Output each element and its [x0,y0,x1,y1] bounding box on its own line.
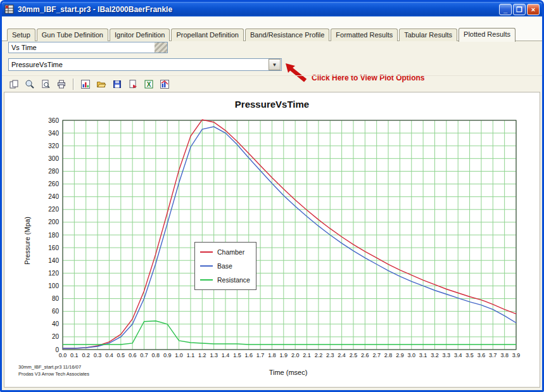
tab-band: Setup Gun Tube Definition Ignitor Defini… [2,16,542,41]
svg-text:60: 60 [52,308,60,315]
zoom-icon[interactable] [23,77,37,91]
chart-legend: ChamberBaseResistance [194,242,256,290]
x-axis-label: Time (msec) [61,369,515,376]
svg-text:3.2: 3.2 [431,352,439,358]
svg-text:Pressure (Mpa): Pressure (Mpa) [23,217,31,265]
toolbar: X [2,75,542,92]
tab-propellant-definition[interactable]: Propellant Definition [171,28,243,41]
legend-label: Base [217,262,232,270]
pressure-vs-time-chart: 0204060801001201401601802002202402602803… [21,115,535,366]
svg-text:20: 20 [52,333,60,340]
svg-text:100: 100 [48,282,59,289]
svg-text:3.4: 3.4 [454,352,462,358]
legend-swatch-icon [200,251,213,253]
svg-text:2.0: 2.0 [291,352,300,358]
plot-options-icon[interactable] [158,77,172,91]
tab-plotted-results[interactable]: Plotted Results [459,28,516,42]
minimize-button[interactable]: _ [499,4,512,15]
svg-text:1.1: 1.1 [187,352,195,358]
save-icon[interactable] [110,77,124,91]
chart-view-icon[interactable] [79,77,92,91]
svg-text:340: 340 [48,130,59,137]
svg-text:80: 80 [52,295,60,302]
svg-text:3.7: 3.7 [489,352,497,358]
svg-text:280: 280 [48,168,59,175]
chart-title: PressureVsTime [4,99,540,110]
tab-bar: Setup Gun Tube Definition Ignitor Defini… [7,27,516,41]
svg-text:40: 40 [52,320,60,327]
svg-text:0.5: 0.5 [117,352,125,358]
vs-time-label: Vs Time [11,44,37,51]
page-preview-icon[interactable] [39,77,53,91]
svg-text:0.1: 0.1 [70,352,79,358]
svg-text:0.9: 0.9 [163,352,172,358]
chevron-down-icon[interactable]: ▼ [269,59,281,70]
legend-item-chamber: Chamber [200,248,251,256]
open-icon[interactable] [94,77,108,91]
svg-text:1.0: 1.0 [175,352,183,358]
svg-text:200: 200 [48,218,59,225]
svg-text:1.9: 1.9 [280,352,288,358]
svg-text:0.4: 0.4 [105,352,113,358]
svg-text:220: 220 [48,206,59,213]
vs-time-selector[interactable]: Vs Time [8,42,168,53]
svg-text:300: 300 [48,155,59,162]
export-icon[interactable] [126,77,140,91]
svg-text:0.6: 0.6 [129,352,137,358]
svg-text:360: 360 [48,117,59,124]
svg-text:120: 120 [48,270,59,277]
svg-text:2.3: 2.3 [326,352,334,358]
plot-type-value: PressureVsTime [11,61,63,68]
svg-text:1.4: 1.4 [222,352,230,358]
svg-text:320: 320 [48,142,59,149]
svg-text:160: 160 [48,244,59,251]
svg-text:0.3: 0.3 [94,352,102,358]
svg-text:X: X [147,81,151,88]
copy-icon[interactable] [7,77,21,91]
window-title: 30mm_IBF_start.pr3 - IBal2000BaerFrankle [18,5,172,14]
svg-text:2.4: 2.4 [338,352,346,358]
plot-panel: PressureVsTime 0204060801001201401601802… [4,92,540,388]
svg-text:0.7: 0.7 [140,352,148,358]
excel-export-icon[interactable]: X [142,77,156,91]
maximize-button[interactable]: ❐ [513,4,526,15]
svg-text:240: 240 [48,193,59,200]
svg-text:140: 140 [48,257,59,264]
svg-text:3.3: 3.3 [443,352,451,358]
legend-item-resistance: Resistance [200,276,251,284]
legend-label: Chamber [217,248,244,256]
svg-text:0.0: 0.0 [59,352,67,358]
tab-formatted-results[interactable]: Formatted Results [331,28,398,41]
legend-label: Resistance [217,276,250,284]
tab-tabular-results[interactable]: Tabular Results [399,28,457,41]
svg-text:1.5: 1.5 [233,352,241,358]
app-icon [4,4,15,15]
print-icon[interactable] [54,77,68,91]
dropdown-grip-icon[interactable] [155,42,167,53]
svg-text:1.8: 1.8 [268,352,276,358]
svg-text:1.6: 1.6 [244,352,253,358]
svg-text:2.7: 2.7 [372,352,381,358]
tab-band-resistance-profile[interactable]: Band/Resistance Profile [245,28,329,41]
svg-text:0.8: 0.8 [152,352,160,358]
svg-text:2.8: 2.8 [384,352,393,358]
svg-text:180: 180 [48,232,59,239]
plot-type-combobox[interactable]: PressureVsTime ▼ [8,58,282,71]
svg-text:1.3: 1.3 [210,352,218,358]
svg-text:3.9: 3.9 [512,352,521,358]
svg-text:3.8: 3.8 [500,352,509,358]
svg-text:3.1: 3.1 [419,352,427,358]
legend-item-base: Base [200,262,251,270]
tab-gun-tube-definition[interactable]: Gun Tube Definition [37,28,108,41]
legend-swatch-icon [200,265,213,267]
tab-setup[interactable]: Setup [7,28,35,41]
tab-ignitor-definition[interactable]: Ignitor Definition [110,28,170,41]
svg-text:2.9: 2.9 [396,352,404,358]
svg-text:3.0: 3.0 [408,352,416,358]
close-button[interactable]: × [527,4,540,15]
svg-text:1.2: 1.2 [198,352,206,358]
svg-text:1.7: 1.7 [256,352,265,358]
title-bar[interactable]: 30mm_IBF_start.pr3 - IBal2000BaerFrankle… [2,2,542,16]
svg-text:2.6: 2.6 [361,352,369,358]
svg-text:3.6: 3.6 [478,352,486,358]
